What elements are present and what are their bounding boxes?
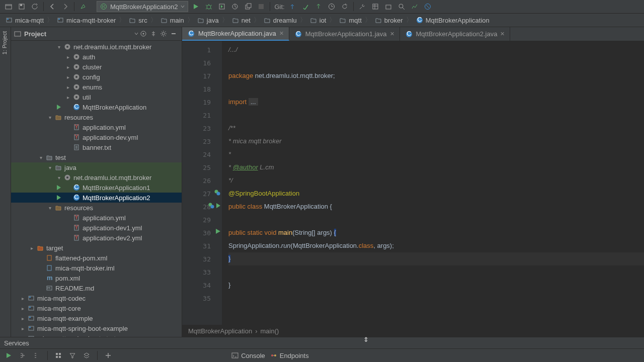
gutter-line[interactable]: 23 <box>182 122 222 135</box>
select-opened-icon[interactable] <box>138 29 148 39</box>
expand-arrow-icon[interactable]: ▾ <box>47 205 52 211</box>
back-icon[interactable] <box>47 1 58 12</box>
tree-node[interactable]: README.md <box>11 283 182 293</box>
editor-tab[interactable]: CMqttBrokerApplication1.java✕ <box>289 27 400 41</box>
crumb-class[interactable]: MqttBrokerApplication <box>188 327 252 335</box>
git-commit-icon[interactable] <box>300 1 311 12</box>
tree-icon[interactable] <box>18 351 27 360</box>
filter-icon[interactable] <box>68 351 77 360</box>
editor-gutter[interactable]: 116171819212323242526272829303132333435 <box>182 41 222 325</box>
close-icon[interactable]: ✕ <box>500 31 505 37</box>
stop-icon[interactable] <box>256 1 267 12</box>
analysis-icon[interactable] <box>409 1 420 12</box>
editor-tab[interactable]: CMqttBrokerApplication.java✕ <box>182 27 289 41</box>
code-line[interactable]: package net.dreamlu.iot.mqtt.broker; <box>228 69 644 82</box>
git-history-icon[interactable] <box>326 1 337 12</box>
breadcrumb-item[interactable]: mica-mqtt-broker <box>54 16 118 24</box>
tree-node[interactable]: Yapplication-dev1.yml <box>11 223 182 233</box>
gutter-line[interactable]: 24 <box>182 148 222 161</box>
grid-icon[interactable] <box>54 351 63 360</box>
tree-node[interactable]: Yapplication.yml <box>11 122 182 132</box>
gutter-line[interactable]: 32 <box>182 252 222 265</box>
gutter-line[interactable]: 23 <box>182 135 222 148</box>
breadcrumb-item[interactable]: mqtt <box>337 16 363 24</box>
tree-node[interactable]: CMqttBrokerApplication1 <box>11 183 182 193</box>
code-line[interactable]: * @author L.cm <box>228 161 644 174</box>
tree-node[interactable]: mica-mqtt-broker.iml <box>11 263 182 273</box>
gutter-line[interactable]: 31 <box>182 239 222 252</box>
tree-node[interactable]: CMqttBrokerApplication2 <box>11 193 182 203</box>
coverage-icon[interactable] <box>216 1 227 12</box>
debug-icon[interactable] <box>203 1 214 12</box>
code-line[interactable] <box>228 109 644 122</box>
tree-node[interactable]: ▸cluster <box>11 62 182 72</box>
services-tool-window[interactable]: Services <box>0 337 644 348</box>
breadcrumb-item[interactable]: java <box>195 16 221 24</box>
gutter-line[interactable]: 27 <box>182 187 222 200</box>
expand-arrow-icon[interactable]: ▸ <box>65 84 70 90</box>
git-push-icon[interactable] <box>313 1 324 12</box>
run-config-selector[interactable]: MqttBrokerApplication2 <box>97 1 188 12</box>
tree-node[interactable]: ▸mica-mqtt-spring-boot-example <box>11 323 182 333</box>
expand-arrow-icon[interactable]: ▸ <box>20 296 25 301</box>
code-line[interactable]: public class MqttBrokerApplication { <box>228 200 644 213</box>
tree-node[interactable]: ▾resources <box>11 112 182 122</box>
breadcrumb-item[interactable]: mica-mqtt <box>3 16 46 24</box>
gutter-line[interactable]: 19 <box>182 96 222 109</box>
breadcrumb-item[interactable]: net <box>229 16 253 24</box>
git-rollback-icon[interactable] <box>339 1 350 12</box>
hide-icon[interactable] <box>169 29 179 39</box>
tree-node[interactable]: ▸util <box>11 92 182 102</box>
tree-node[interactable]: ▾test <box>11 152 182 162</box>
add-icon[interactable] <box>104 351 113 360</box>
expand-arrow-icon[interactable]: ▸ <box>20 306 25 311</box>
save-all-icon[interactable] <box>16 1 27 12</box>
chevron-down-icon[interactable] <box>134 32 138 36</box>
expand-arrow-icon[interactable]: ▾ <box>56 175 61 180</box>
tree-node[interactable]: mpom.xml <box>11 273 182 283</box>
gutter-line[interactable]: 1 <box>182 43 222 56</box>
gutter-line[interactable]: 18 <box>182 82 222 96</box>
tree-node[interactable]: ▸mica-mqtt-codec <box>11 293 182 303</box>
gutter-line[interactable]: 26 <box>182 174 222 187</box>
sync-icon[interactable] <box>29 1 40 12</box>
expand-arrow-icon[interactable]: ▸ <box>29 245 34 251</box>
gutter-line[interactable]: 16 <box>182 56 222 69</box>
gear-icon[interactable] <box>158 29 169 39</box>
code-line[interactable]: * mica mqtt broker <box>228 135 644 148</box>
code-line[interactable] <box>228 213 644 226</box>
crumb-method[interactable]: main() <box>261 327 279 335</box>
expand-arrow-icon[interactable]: ▾ <box>47 165 52 170</box>
project-structure-icon[interactable] <box>370 1 381 12</box>
breadcrumb-item[interactable]: CMqttBrokerApplication <box>414 16 492 24</box>
run-icon[interactable] <box>190 1 201 12</box>
tree-node[interactable]: Yapplication.yml <box>11 213 182 223</box>
tree-node[interactable]: ▸mica-mqtt-spring-boot-starter <box>11 333 182 337</box>
gutter-line[interactable]: 21 <box>182 109 222 122</box>
tree-node[interactable]: Yapplication-dev2.yml <box>11 233 182 243</box>
code-line[interactable] <box>228 265 644 279</box>
breadcrumb-item[interactable]: src <box>126 16 149 24</box>
build-icon[interactable] <box>77 1 89 12</box>
ide-settings-icon[interactable] <box>383 1 394 12</box>
attach-icon[interactable] <box>243 1 254 12</box>
expand-arrow-icon[interactable]: ▸ <box>20 336 25 337</box>
tree-node[interactable]: ▾net.dreamlu.iot.mqtt.broker <box>11 172 182 183</box>
expand-arrow-icon[interactable]: ▸ <box>65 95 70 100</box>
code-line[interactable]: public static void main(String[] args) { <box>228 226 644 239</box>
tree-node[interactable]: ▸mica-mqtt-core <box>11 303 182 313</box>
expand-arrow-icon[interactable]: ▸ <box>65 74 70 80</box>
code-line[interactable]: SpringApplication.run(MqttBrokerApplicat… <box>228 239 644 252</box>
expand-all-icon[interactable] <box>148 29 158 39</box>
expand-arrow-icon[interactable]: ▾ <box>56 44 61 50</box>
code-editor[interactable]: /.../ package net.dreamlu.iot.mqtt.broke… <box>222 41 644 325</box>
breadcrumb-item[interactable]: main <box>158 16 186 24</box>
run-gutter-icon[interactable] <box>215 228 221 234</box>
tree-node[interactable]: ▸target <box>11 243 182 253</box>
navigate-run-gutter-icon[interactable] <box>208 202 221 209</box>
code-line[interactable]: * <box>228 148 644 161</box>
console-tab[interactable]: Console <box>231 352 265 359</box>
tree-node[interactable]: banner.txt <box>11 142 182 152</box>
endpoints-tab[interactable]: Endpoints <box>270 352 309 359</box>
tree-node[interactable]: ▾resources <box>11 203 182 213</box>
